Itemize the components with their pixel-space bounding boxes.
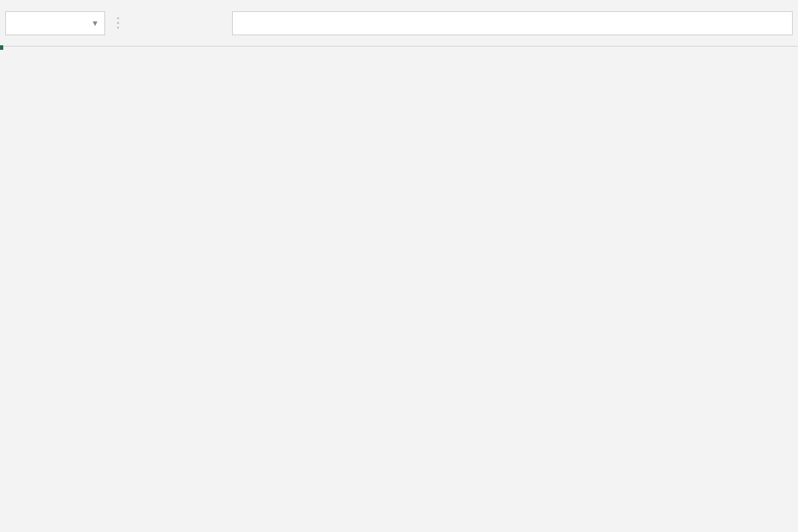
selection-outline [0,47,3,49]
cancel-button [130,11,154,35]
enter-button [164,11,188,35]
formula-bar: ▼ [0,0,798,47]
name-box[interactable]: ▼ [5,11,105,35]
fx-button[interactable] [198,11,222,35]
separator-dots [115,17,120,29]
dropdown-icon[interactable]: ▼ [91,19,99,28]
formula-input[interactable] [232,11,793,35]
